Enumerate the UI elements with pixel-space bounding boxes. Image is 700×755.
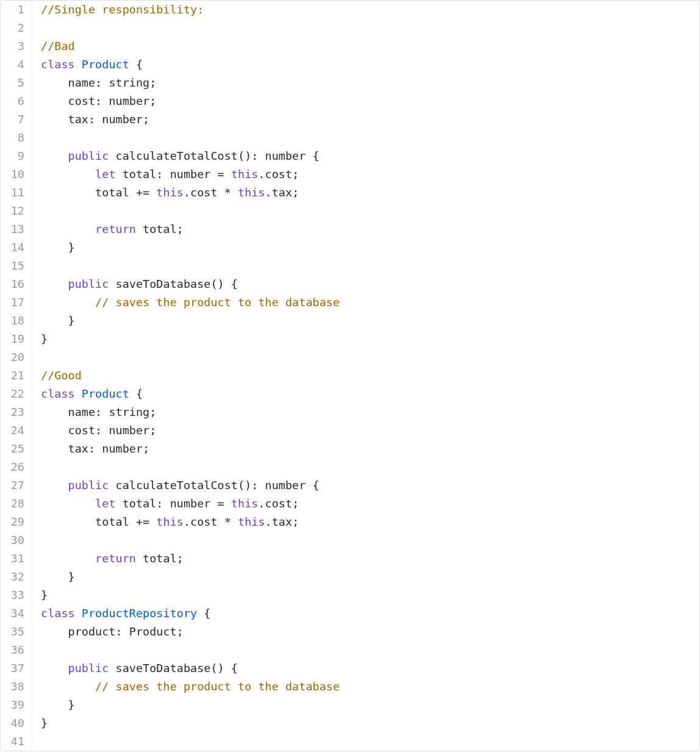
code-line: 30 [1, 531, 699, 549]
line-number: 10 [1, 165, 32, 184]
line-number: 26 [1, 458, 32, 476]
code-content: class ProductRepository { [32, 604, 210, 623]
code-content: return total; [32, 220, 184, 238]
line-number: 22 [1, 385, 32, 403]
line-number: 13 [1, 220, 32, 238]
code-content: cost: number; [32, 92, 156, 110]
code-content: cost: number; [32, 421, 156, 440]
code-line: 35 product: Product; [1, 623, 699, 641]
line-number: 2 [1, 19, 32, 37]
code-content: product: Product; [32, 623, 184, 641]
line-number: 15 [1, 257, 32, 275]
line-number: 8 [1, 129, 32, 147]
code-content [32, 458, 41, 476]
code-content [32, 129, 41, 147]
code-line: 32 } [1, 568, 699, 586]
code-line: 20 [1, 348, 699, 367]
code-content: let total: number = this.cost; [32, 165, 299, 184]
code-line: 31 return total; [1, 549, 699, 568]
code-content: } [32, 238, 75, 257]
code-line: 16 public saveToDatabase() { [1, 275, 699, 293]
code-content: // saves the product to the database [32, 678, 340, 696]
code-line: 12 [1, 202, 699, 220]
line-number: 9 [1, 147, 32, 165]
line-number: 25 [1, 440, 32, 458]
code-line: 21//Good [1, 367, 699, 385]
code-line: 14 } [1, 238, 699, 257]
line-number: 29 [1, 513, 32, 531]
code-line: 6 cost: number; [1, 92, 699, 110]
code-line: 37 public saveToDatabase() { [1, 659, 699, 678]
code-line: 27 public calculateTotalCost(): number { [1, 476, 699, 495]
code-content: return total; [32, 549, 184, 568]
line-number: 11 [1, 184, 32, 202]
line-number: 7 [1, 110, 32, 129]
code-line: 25 tax: number; [1, 440, 699, 458]
code-line: 22class Product { [1, 385, 699, 403]
code-content: } [32, 312, 75, 330]
code-line: 11 total += this.cost * this.tax; [1, 184, 699, 202]
code-content: } [32, 568, 75, 586]
line-number: 12 [1, 202, 32, 220]
code-content: tax: number; [32, 110, 149, 129]
code-line: 17 // saves the product to the database [1, 293, 699, 312]
line-number: 31 [1, 549, 32, 568]
code-editor: 1//Single responsibility:23//Bad4class P… [0, 0, 700, 751]
code-content: } [32, 714, 48, 732]
code-content: total += this.cost * this.tax; [32, 184, 299, 202]
line-number: 32 [1, 568, 32, 586]
code-content: } [32, 330, 48, 348]
line-number: 40 [1, 714, 32, 732]
code-content: //Good [32, 367, 82, 385]
line-number: 38 [1, 678, 32, 696]
code-content [32, 348, 41, 367]
line-number: 35 [1, 623, 32, 641]
code-line: 19} [1, 330, 699, 348]
line-number: 19 [1, 330, 32, 348]
code-content: public saveToDatabase() { [32, 275, 238, 293]
line-number: 24 [1, 421, 32, 440]
code-line: 18 } [1, 312, 699, 330]
code-content [32, 641, 41, 659]
code-line: 10 let total: number = this.cost; [1, 165, 699, 184]
code-content [32, 531, 41, 549]
code-content: public saveToDatabase() { [32, 659, 238, 678]
line-number: 16 [1, 275, 32, 293]
code-line: 4class Product { [1, 55, 699, 74]
code-content: class Product { [32, 385, 143, 403]
line-number: 23 [1, 403, 32, 421]
code-line: 23 name: string; [1, 403, 699, 421]
code-content [32, 19, 41, 37]
code-content: //Single responsibility: [32, 1, 204, 19]
code-line: 33} [1, 586, 699, 604]
line-number: 34 [1, 604, 32, 623]
code-line: 28 let total: number = this.cost; [1, 495, 699, 513]
code-line: 29 total += this.cost * this.tax; [1, 513, 699, 531]
line-number: 17 [1, 293, 32, 312]
code-line: 26 [1, 458, 699, 476]
code-line: 1//Single responsibility: [1, 1, 699, 19]
code-line: 13 return total; [1, 220, 699, 238]
code-line: 7 tax: number; [1, 110, 699, 129]
code-content: } [32, 586, 48, 604]
line-number: 21 [1, 367, 32, 385]
code-content: name: string; [32, 74, 156, 92]
code-content: public calculateTotalCost(): number { [32, 147, 320, 165]
code-line: 2 [1, 19, 699, 37]
code-line: 39 } [1, 696, 699, 714]
line-number: 33 [1, 586, 32, 604]
line-number: 39 [1, 696, 32, 714]
code-content: // saves the product to the database [32, 293, 340, 312]
code-content: let total: number = this.cost; [32, 495, 299, 513]
code-line: 15 [1, 257, 699, 275]
code-line: 3//Bad [1, 37, 699, 55]
code-content [32, 732, 41, 751]
code-line: 5 name: string; [1, 74, 699, 92]
line-number: 3 [1, 37, 32, 55]
code-line: 8 [1, 129, 699, 147]
line-number: 5 [1, 74, 32, 92]
code-content: total += this.cost * this.tax; [32, 513, 299, 531]
line-number: 28 [1, 495, 32, 513]
code-line: 34class ProductRepository { [1, 604, 699, 623]
code-content: class Product { [32, 55, 143, 74]
